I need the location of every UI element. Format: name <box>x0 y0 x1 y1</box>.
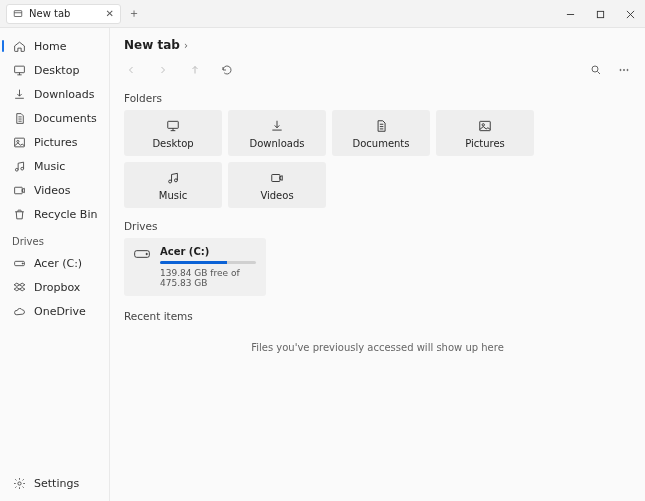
sidebar-section-drives: Drives <box>0 226 109 251</box>
toolbar <box>124 60 631 80</box>
dropbox-icon <box>12 280 26 294</box>
drive-icon <box>134 248 150 260</box>
document-icon <box>373 118 389 134</box>
svg-rect-10 <box>14 187 22 194</box>
sidebar-item-label: Videos <box>34 184 71 197</box>
svg-rect-5 <box>14 66 24 73</box>
desktop-icon <box>12 63 26 77</box>
sidebar-item-label: Music <box>34 160 65 173</box>
maximize-button[interactable] <box>585 0 615 28</box>
chevron-right-icon: › <box>184 40 188 51</box>
svg-point-12 <box>22 262 23 263</box>
sidebar-item-label: Documents <box>34 112 97 125</box>
drive-free-text: 139.84 GB free of 475.83 GB <box>160 268 256 288</box>
download-icon <box>269 118 285 134</box>
folder-label: Documents <box>352 138 409 149</box>
svg-point-17 <box>627 69 628 70</box>
back-button[interactable] <box>124 63 138 77</box>
browser-tab[interactable]: New tab ✕ <box>6 4 121 24</box>
svg-point-20 <box>482 123 484 125</box>
tab-home-icon <box>13 9 23 19</box>
sidebar-item-label: Dropbox <box>34 281 80 294</box>
folder-tile-downloads[interactable]: Downloads <box>228 110 326 156</box>
sidebar-item-music[interactable]: Music <box>0 154 109 178</box>
svg-rect-0 <box>14 10 22 16</box>
svg-rect-19 <box>480 121 491 130</box>
sidebar-item-home[interactable]: Home <box>0 34 109 58</box>
folder-tile-documents[interactable]: Documents <box>332 110 430 156</box>
sidebar-item-label: Recycle Bin <box>34 208 97 221</box>
sidebar-item-recycle-bin[interactable]: Recycle Bin <box>0 202 109 226</box>
document-icon <box>12 111 26 125</box>
desktop-icon <box>165 118 181 134</box>
video-icon <box>12 183 26 197</box>
svg-point-16 <box>623 69 624 70</box>
sidebar-item-dropbox[interactable]: Dropbox <box>0 275 109 299</box>
forward-button[interactable] <box>156 63 170 77</box>
video-icon <box>269 170 285 186</box>
refresh-button[interactable] <box>220 63 234 77</box>
close-window-button[interactable] <box>615 0 645 28</box>
folder-tile-desktop[interactable]: Desktop <box>124 110 222 156</box>
titlebar: New tab ✕ ＋ <box>0 0 645 28</box>
sidebar-item-drive-c[interactable]: Acer (C:) <box>0 251 109 275</box>
folder-label: Music <box>159 190 187 201</box>
folder-tile-videos[interactable]: Videos <box>228 162 326 208</box>
folder-label: Videos <box>260 190 293 201</box>
music-icon <box>12 159 26 173</box>
svg-rect-18 <box>168 121 179 128</box>
tab-title: New tab <box>29 8 70 19</box>
folder-label: Desktop <box>152 138 193 149</box>
svg-rect-6 <box>14 138 24 147</box>
drive-name: Acer (C:) <box>160 246 256 257</box>
svg-point-7 <box>16 140 18 142</box>
sidebar-item-label: Settings <box>34 477 79 490</box>
folders-heading: Folders <box>124 92 631 104</box>
picture-icon <box>477 118 493 134</box>
breadcrumb[interactable]: New tab › <box>124 38 631 52</box>
svg-rect-2 <box>597 11 603 17</box>
folder-tile-music[interactable]: Music <box>124 162 222 208</box>
sidebar-item-label: Acer (C:) <box>34 257 82 270</box>
folder-tile-pictures[interactable]: Pictures <box>436 110 534 156</box>
recent-heading: Recent items <box>124 310 631 322</box>
sidebar-item-label: Downloads <box>34 88 94 101</box>
main-content: New tab › Folders Desktop Downloads <box>110 28 645 501</box>
tab-close-icon[interactable]: ✕ <box>106 8 114 19</box>
sidebar-item-settings[interactable]: Settings <box>0 471 109 495</box>
sidebar-item-desktop[interactable]: Desktop <box>0 58 109 82</box>
search-button[interactable] <box>589 63 603 77</box>
drive-usage-bar <box>160 261 256 264</box>
gear-icon <box>12 476 26 490</box>
svg-point-15 <box>620 69 621 70</box>
sidebar-item-documents[interactable]: Documents <box>0 106 109 130</box>
folder-label: Downloads <box>250 138 305 149</box>
sidebar-item-pictures[interactable]: Pictures <box>0 130 109 154</box>
folder-label: Pictures <box>465 138 505 149</box>
svg-rect-23 <box>272 174 280 181</box>
minimize-button[interactable] <box>555 0 585 28</box>
up-button[interactable] <box>188 63 202 77</box>
sidebar-item-downloads[interactable]: Downloads <box>0 82 109 106</box>
music-icon <box>165 170 181 186</box>
folders-grid: Desktop Downloads Documents Pictures Mus… <box>124 110 631 208</box>
picture-icon <box>12 135 26 149</box>
new-tab-button[interactable]: ＋ <box>125 5 143 23</box>
sidebar-item-label: Home <box>34 40 66 53</box>
sidebar-item-label: OneDrive <box>34 305 86 318</box>
sidebar-item-videos[interactable]: Videos <box>0 178 109 202</box>
drives-heading: Drives <box>124 220 631 232</box>
sidebar-item-label: Pictures <box>34 136 78 149</box>
drive-card-c[interactable]: Acer (C:) 139.84 GB free of 475.83 GB <box>124 238 266 296</box>
sidebar: Home Desktop Downloads Documents Picture… <box>0 28 110 501</box>
page-title: New tab <box>124 38 180 52</box>
recent-empty-text: Files you've previously accessed will sh… <box>124 342 631 353</box>
cloud-icon <box>12 304 26 318</box>
download-icon <box>12 87 26 101</box>
home-icon <box>12 39 26 53</box>
sidebar-item-label: Desktop <box>34 64 79 77</box>
recycle-icon <box>12 207 26 221</box>
svg-point-14 <box>592 66 598 72</box>
sidebar-item-onedrive[interactable]: OneDrive <box>0 299 109 323</box>
more-button[interactable] <box>617 63 631 77</box>
